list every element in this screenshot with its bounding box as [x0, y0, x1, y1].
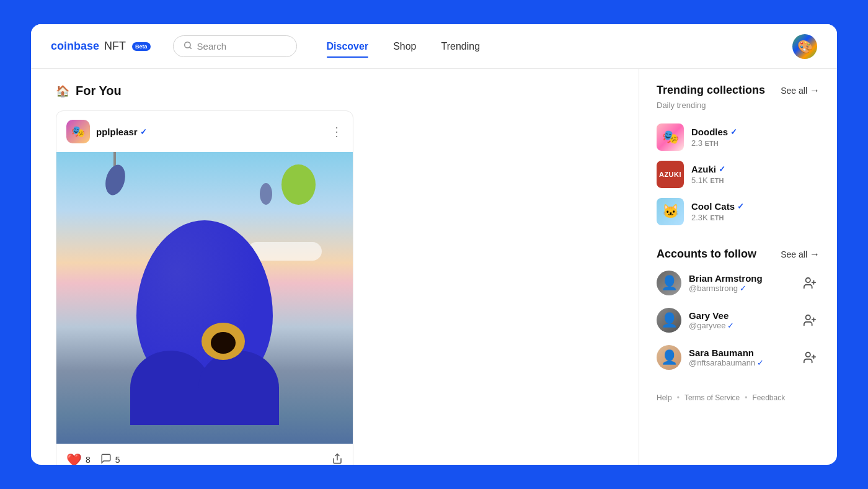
- coolcats-name: Cool Cats ✓: [691, 201, 820, 212]
- float-small: [260, 183, 272, 205]
- search-placeholder: Search: [197, 41, 227, 52]
- collection-item-azuki[interactable]: AZUKI Azuki ✓ 5.1K ETH: [657, 156, 820, 193]
- dot-separator-2: •: [745, 393, 747, 402]
- nav-item-shop[interactable]: Shop: [383, 36, 426, 57]
- user-avatar[interactable]: 🎨: [792, 34, 817, 59]
- collection-item-coolcats[interactable]: 🐱 Cool Cats ✓ 2.3K ETH: [657, 193, 820, 230]
- home-icon: 🏠: [56, 84, 69, 98]
- nft-card: 🎭 pplpleasr ✓ ⋮: [56, 110, 353, 465]
- dot-separator-1: •: [677, 393, 680, 402]
- comment-count: 5: [115, 455, 120, 465]
- sara-name: Sara Baumann: [689, 348, 792, 358]
- like-count: 8: [86, 455, 91, 465]
- logo-text: coinbase: [51, 40, 99, 53]
- more-options-icon[interactable]: ⋮: [330, 124, 343, 139]
- trending-title: Trending collections: [657, 84, 765, 97]
- app-container: coinbase NFT Beta Search Discover Shop T…: [31, 24, 837, 465]
- accounts-section: Accounts to follow See all → 👤 Brian Arm…: [657, 248, 820, 376]
- svg-point-9: [806, 352, 810, 357]
- azuki-verified-icon: ✓: [719, 164, 725, 174]
- doodles-name: Doodles ✓: [691, 127, 820, 137]
- nav-item-discover[interactable]: Discover: [317, 36, 379, 57]
- brian-verified-icon: ✓: [740, 284, 746, 293]
- brian-avatar-img: 👤: [657, 271, 681, 295]
- coolcats-price: 2.3K ETH: [691, 213, 820, 222]
- svg-point-3: [806, 278, 810, 282]
- search-icon: [184, 41, 192, 52]
- share-icon[interactable]: [332, 453, 343, 465]
- doodles-thumb: 🎭: [657, 123, 684, 151]
- body-right: [198, 351, 279, 425]
- see-all-accounts-arrow-icon: →: [810, 249, 820, 260]
- tos-link[interactable]: Terms of Service: [684, 393, 740, 402]
- follow-sara-button[interactable]: [800, 348, 820, 367]
- coolcats-thumb-art: 🐱: [657, 198, 684, 225]
- comment-icon: [100, 453, 112, 465]
- accounts-see-all[interactable]: See all →: [781, 249, 820, 260]
- sara-avatar-img: 👤: [657, 345, 681, 370]
- verified-icon: ✓: [140, 127, 147, 137]
- azuki-price: 5.1K ETH: [691, 176, 820, 185]
- comment-action[interactable]: 5: [100, 453, 120, 465]
- logo-area: coinbase NFT Beta: [51, 40, 151, 53]
- sidebar-footer: Help • Terms of Service • Feedback: [657, 393, 820, 402]
- float-avocado: [281, 164, 316, 205]
- sara-handle: @nftsarabaumann ✓: [689, 358, 792, 367]
- help-link[interactable]: Help: [657, 393, 672, 402]
- sara-avatar: 👤: [657, 345, 681, 370]
- brian-handle: @barmstrong ✓: [689, 284, 792, 293]
- trending-header: Trending collections See all →: [657, 84, 820, 97]
- follow-gary-button[interactable]: [800, 310, 820, 330]
- mouth: [202, 323, 245, 360]
- gary-avatar: 👤: [657, 308, 681, 333]
- sara-verified-icon: ✓: [757, 358, 764, 367]
- feedback-link[interactable]: Feedback: [752, 393, 785, 402]
- see-all-arrow-icon: →: [810, 85, 820, 96]
- like-action[interactable]: ❤️ 8: [66, 452, 91, 465]
- nav-item-trending[interactable]: Trending: [432, 36, 490, 57]
- brian-name: Brian Armstrong: [689, 273, 792, 284]
- azuki-info: Azuki ✓ 5.1K ETH: [691, 164, 820, 185]
- nft-image: [56, 152, 353, 444]
- doodles-thumb-art: 🎭: [657, 123, 684, 151]
- card-footer: ❤️ 8 5: [56, 444, 353, 465]
- azuki-thumb: AZUKI: [657, 161, 684, 188]
- follow-brian-button[interactable]: [800, 273, 820, 293]
- feed-header: 🏠 For You: [56, 84, 614, 98]
- doodles-verified-icon: ✓: [730, 127, 737, 137]
- trending-section: Trending collections See all → Daily tre…: [657, 84, 820, 230]
- follow-item-sara: 👤 Sara Baumann @nftsarabaumann ✓: [657, 339, 820, 376]
- mouth-inner: [211, 332, 236, 354]
- coolcats-thumb: 🐱: [657, 198, 684, 225]
- coolcats-verified-icon: ✓: [737, 202, 744, 211]
- gary-name: Gary Vee: [689, 310, 792, 321]
- gary-verified-icon: ✓: [727, 321, 734, 330]
- nft-label: NFT: [104, 40, 126, 53]
- follow-item-gary: 👤 Gary Vee @garyvee ✓: [657, 302, 820, 339]
- gary-info: Gary Vee @garyvee ✓: [689, 310, 792, 330]
- heart-icon: ❤️: [66, 452, 82, 465]
- coolcats-info: Cool Cats ✓ 2.3K ETH: [691, 201, 820, 222]
- follow-item-brian: 👤 Brian Armstrong @barmstrong ✓: [657, 264, 820, 302]
- sidebar: Trending collections See all → Daily tre…: [639, 69, 837, 465]
- card-user-avatar: 🎭: [66, 120, 90, 143]
- brian-info: Brian Armstrong @barmstrong ✓: [689, 273, 792, 293]
- svg-line-1: [189, 47, 191, 49]
- main-nav: Discover Shop Trending: [317, 36, 490, 57]
- gary-avatar-img: 👤: [657, 308, 681, 333]
- search-bar[interactable]: Search: [173, 35, 297, 57]
- main-content: 🏠 For You 🎭 pplpleasr ✓ ⋮: [31, 69, 837, 465]
- card-header: 🎭 pplpleasr ✓ ⋮: [56, 111, 353, 152]
- trending-subtitle: Daily trending: [657, 101, 820, 110]
- collection-item-doodles[interactable]: 🎭 Doodles ✓ 2.3 ETH: [657, 119, 820, 156]
- azuki-thumb-art: AZUKI: [657, 161, 684, 188]
- header: coinbase NFT Beta Search Discover Shop T…: [31, 24, 837, 69]
- trending-see-all[interactable]: See all →: [781, 85, 820, 96]
- gary-handle: @garyvee ✓: [689, 321, 792, 330]
- accounts-header: Accounts to follow See all →: [657, 248, 820, 261]
- feed-title: For You: [76, 84, 122, 98]
- svg-point-6: [806, 315, 810, 320]
- azuki-name: Azuki ✓: [691, 164, 820, 174]
- card-user-name: pplpleasr ✓: [96, 127, 147, 137]
- sara-info: Sara Baumann @nftsarabaumann ✓: [689, 348, 792, 367]
